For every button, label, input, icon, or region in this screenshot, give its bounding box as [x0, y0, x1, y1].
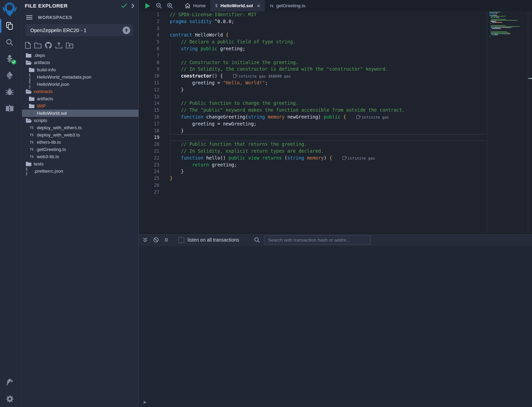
activity-solidity-compiler-button[interactable] — [0, 51, 19, 67]
tree-item-label: deploy_with_ethers.ts — [37, 125, 82, 130]
tree-item-ethers-lib-ts[interactable]: TSethers-lib.ts — [22, 139, 138, 146]
code-line: string public greeting; — [170, 45, 487, 52]
remix-logo-icon[interactable] — [1, 1, 18, 18]
fuel-pump-icon — [233, 74, 236, 78]
code-line: greeting = newGreeting; — [170, 121, 487, 128]
minimap-line — [489, 39, 527, 39]
minimap-line — [489, 33, 527, 34]
code-line — [170, 189, 487, 196]
sol-tab-icon: S — [215, 3, 218, 8]
minimap-line — [489, 21, 527, 22]
code-line: } — [170, 87, 487, 93]
tree-item-helloworld-metadata-json[interactable]: { }HelloWorld_metadata.json — [22, 73, 138, 81]
scrollbar-marker[interactable] — [529, 78, 532, 79]
tree-item-deploy-with-web3-ts[interactable]: TSdeploy_with_web3.ts — [22, 131, 138, 139]
code-line: pragma solidity ^0.8.0; — [170, 18, 487, 25]
file-type-ts-icon: TS — [29, 155, 35, 159]
file-type-json-icon: { } — [25, 167, 32, 176]
tree-item-web3-lib-ts[interactable]: TSweb3-lib.ts — [22, 153, 138, 160]
tree-item--prettierrc-json[interactable]: { }.prettierrc.json — [22, 167, 138, 175]
github-clone-icon[interactable] — [45, 42, 52, 49]
run-script-button[interactable] — [142, 0, 153, 11]
file-type-ts-icon: TS — [29, 141, 35, 144]
activity-file-explorer-button[interactable] — [0, 18, 19, 34]
tree-item-artifacts[interactable]: artifacts — [22, 95, 138, 102]
editor-gutter: 1234567891011121314151617181920212223242… — [139, 11, 170, 196]
collapse-chevron-icon[interactable] — [131, 3, 134, 8]
line-number: 13 — [139, 93, 170, 100]
tree-item-label: .deps — [34, 53, 45, 58]
new-folder-icon[interactable] — [34, 42, 42, 49]
tree-item-helloworld-json[interactable]: { }HelloWorld.json — [22, 81, 138, 88]
tab-close-icon[interactable]: × — [257, 3, 260, 9]
activity-search-button[interactable] — [0, 34, 19, 51]
line-number: 27 — [139, 189, 170, 196]
tab-helloworld-sol[interactable]: SHelloWorld.sol× — [210, 0, 265, 11]
fuel-pump-icon — [356, 115, 359, 119]
code-line — [170, 93, 487, 100]
line-number: 2 — [139, 18, 170, 25]
gas-estimate-widget: infinite gas — [356, 115, 389, 120]
line-number: 5 — [139, 39, 170, 45]
code-line: return greeting; — [170, 162, 487, 169]
tree-item-artifacts[interactable]: artifacts — [22, 59, 138, 66]
line-number: 11 — [139, 80, 170, 87]
code-line: // In Solidity, the constructor is defin… — [170, 66, 487, 73]
activity-learneth-button[interactable] — [0, 100, 19, 117]
tab-getgreeting-ts[interactable]: TSgetGreeting.ts — [265, 0, 310, 11]
tree-item-label: getGreeting.ts — [37, 147, 66, 152]
folder-icon — [29, 68, 35, 72]
code-line — [170, 182, 487, 189]
line-number: 10 — [139, 73, 170, 80]
tree-item-getgreeting-ts[interactable]: TSgetGreeting.ts — [22, 146, 138, 153]
hamburger-menu-icon[interactable] — [26, 15, 32, 20]
line-number: 24 — [139, 168, 170, 175]
activity-settings-button[interactable] — [0, 390, 19, 407]
tab-home[interactable]: Home — [180, 0, 210, 11]
gear-icon — [6, 395, 14, 403]
activity-deploy-run-button[interactable] — [0, 67, 19, 84]
tree-item-build-info[interactable]: build-info — [22, 66, 138, 73]
editor-minimap[interactable] — [489, 12, 527, 40]
new-file-icon[interactable] — [25, 42, 31, 49]
editor-code-lines: // SPDX-License-Identifier: MITpragma so… — [170, 11, 487, 196]
clear-console-icon[interactable] — [153, 237, 159, 243]
tree-item--deps[interactable]: .deps — [22, 52, 138, 59]
minimap-line — [489, 22, 527, 23]
zoom-out-button[interactable] — [153, 0, 164, 11]
code-editor[interactable]: 1234567891011121314151617181920212223242… — [139, 11, 532, 232]
activity-plugin-manager-button[interactable] — [0, 374, 19, 390]
terminal-search-input[interactable] — [264, 235, 371, 245]
terminal-output[interactable]: > — [139, 246, 532, 407]
code-line: greeting = "Hello, World!"; — [170, 80, 487, 87]
activity-debugger-button[interactable] — [0, 84, 19, 100]
accept-check-icon[interactable] — [121, 3, 127, 8]
tree-item-label: HelloWorld.sol — [37, 111, 67, 116]
code-line: function changeGreeting(string memory ne… — [170, 114, 487, 121]
workspace-select[interactable]: OpenZeppelin ERC20 - 1 — [25, 24, 133, 36]
publish-gist-icon[interactable] — [55, 42, 63, 49]
tree-item-scripts[interactable]: scripts — [22, 117, 138, 124]
code-line — [170, 25, 487, 32]
tree-item-helloworld-sol[interactable]: SHelloWorld.sol — [22, 110, 138, 117]
tree-item-deploy-with-ethers-ts[interactable]: TSdeploy_with_ethers.ts — [22, 124, 138, 131]
load-folder-icon[interactable] — [66, 42, 73, 49]
zoom-in-button[interactable] — [164, 0, 175, 11]
editor-minimap-separator — [487, 11, 487, 232]
overview-ruler-separator — [528, 11, 528, 232]
tree-item-label: tests — [34, 161, 44, 166]
active-indicator — [0, 19, 1, 33]
folder-open-icon — [25, 60, 32, 65]
folder-icon — [29, 96, 35, 101]
tree-item-wip[interactable]: WIP — [22, 102, 138, 110]
listen-transactions-checkbox[interactable] — [178, 237, 184, 243]
minimap-line — [489, 12, 527, 12]
code-line: // In Solidity, explicit return types ar… — [170, 148, 487, 155]
tree-item-tests[interactable]: tests — [22, 160, 138, 167]
tree-item-contracts[interactable]: contracts — [22, 88, 138, 95]
terminal-expand-icon[interactable] — [143, 237, 147, 242]
tab-label: HelloWorld.sol — [220, 3, 253, 8]
line-number: 14 — [139, 100, 170, 107]
code-line: // Public function to change the greetin… — [170, 100, 487, 107]
line-number: 4 — [139, 32, 170, 39]
